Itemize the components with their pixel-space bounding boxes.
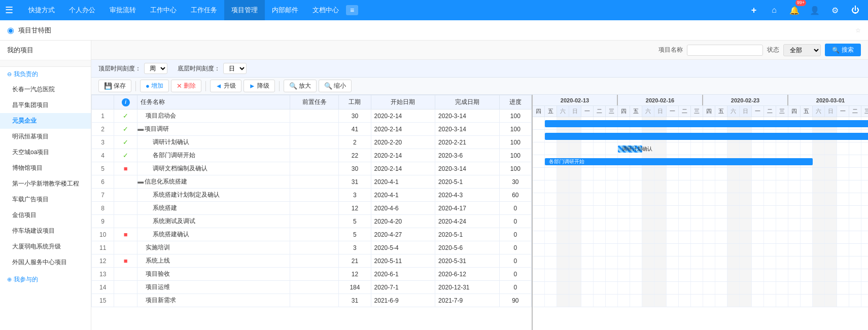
gantt-cell [679,269,691,281]
project-item-tiankong[interactable]: 天空城oa项目 [0,144,91,160]
expand-icon[interactable]: ▬ [137,178,144,185]
info-icon[interactable]: i [122,98,130,106]
task-name[interactable]: 系统搭建确认 [137,228,290,241]
task-name[interactable]: 实施培训 [137,241,290,254]
project-item-changping[interactable]: 昌平集团项目 [0,97,91,113]
home-icon[interactable]: ⌂ [767,3,782,18]
gantt-cell [801,142,813,155]
my-participate-section[interactable]: ⊕ 我参与的 [0,272,91,287]
task-name[interactable]: 项目新需求 [137,294,290,307]
search-button[interactable]: 🔍 搜索 [825,44,861,56]
gantt-cell [679,218,691,231]
power-icon[interactable]: ⏻ [848,3,863,18]
gantt-chart[interactable]: 2020-02-132020-02-162020-02-232020-03-01… [533,95,868,330]
gantt-bar[interactable] [545,133,868,140]
gantt-bar[interactable] [545,120,868,127]
my-responsible-section[interactable]: ⊖ 我负责的 [0,67,91,82]
gantt-cell [752,295,764,307]
task-duration: 21 [339,254,371,268]
task-name[interactable]: ▬项目调研 [137,123,290,136]
task-name[interactable]: 系统上线 [137,254,290,268]
more-nav-button[interactable]: ≡ [346,5,358,15]
nav-item-docs[interactable]: 文档中心 [305,0,346,20]
gantt-cell [691,244,703,256]
gantt-cell [776,168,788,180]
gantt-day-header: 日 [825,106,837,117]
project-item-waiguoren[interactable]: 外国人服务中心项目 [0,254,91,270]
user-icon[interactable]: 👤 [807,3,822,18]
content-area: 项目名称 状态 全部 进行中 已完成 已暂停 🔍 搜索 顶层时间刻度： 周 月 [91,41,868,330]
project-item-tingche[interactable]: 停车场建设项目 [0,223,91,239]
task-name[interactable]: 各部门调研开始 [137,149,290,162]
task-name[interactable]: 调研计划确认 [137,136,290,149]
task-name[interactable]: 系统搭建 [137,202,290,215]
task-name[interactable]: ▬信息化系统搭建 [137,175,290,189]
project-item-jinxin[interactable]: 金信项目 [0,207,91,223]
row-number: 15 [92,294,114,307]
project-item-diyixiao[interactable]: 第一小学新增教学楼工程 [0,176,91,192]
gantt-cell [776,142,788,155]
gantt-cell [727,168,740,180]
gantt-cell [679,295,691,307]
gantt-cell [801,269,813,281]
notification-icon[interactable]: 🔔99+ [787,3,802,18]
star-icon[interactable]: ☆ [855,27,861,34]
project-item-chezai[interactable]: 车载广告项目 [0,192,91,207]
nav-item-projects[interactable]: 项目管理 [224,0,265,20]
task-name[interactable]: 项目验收 [137,268,290,281]
gantt-cell [752,168,764,180]
task-name[interactable]: 项目启动会 [137,109,290,123]
gantt-cell [691,142,703,155]
nav-item-workcenter[interactable]: 工作中心 [143,0,184,20]
project-name-input[interactable] [687,45,763,56]
task-name[interactable]: 项目运维 [137,281,290,294]
zoomin-button[interactable]: 🔍 放大 [284,80,317,92]
row-status [114,202,137,215]
project-item-yuanhao[interactable]: 元昊企业 [0,113,91,129]
gantt-cell [557,269,569,281]
nav-item-personal[interactable]: 个人办公 [62,0,102,20]
nav-item-mail[interactable]: 内部邮件 [265,0,305,20]
task-progress: 100 [499,123,531,136]
bottom-time-select[interactable]: 日 周 月 [223,63,247,74]
settings-icon[interactable]: ⚙ [827,3,843,18]
table-row: 7系统搭建计划制定及确认32020-4-12020-4-360 [92,189,532,202]
gantt-cell [642,231,654,243]
nav-item-tasks[interactable]: 工作任务 [184,0,224,20]
gantt-cell [691,282,703,294]
downgrade-button[interactable]: ► 降级 [244,80,275,92]
gantt-cell [557,180,569,193]
status-select[interactable]: 全部 进行中 已完成 已暂停 [783,44,821,56]
gantt-cell [557,206,569,218]
upgrade-button[interactable]: ◄ 升级 [210,80,241,92]
zoomout-button[interactable]: 🔍 缩小 [319,80,352,92]
task-name[interactable]: 调研文档编制及确认 [137,162,290,175]
top-time-select[interactable]: 周 月 季 [144,63,167,74]
project-item-bowuguan[interactable]: 博物馆项目 [0,160,91,176]
task-duration: 31 [339,175,371,189]
gantt-week-header: 2020-02-13 [533,95,618,105]
gantt-cell [837,142,849,155]
delete-button[interactable]: ✕ 删除 [171,80,201,92]
add-icon[interactable]: + [746,3,761,18]
gantt-bar[interactable]: 各部门调研开始 [545,158,813,165]
task-start-date: 2020-4-1 [371,189,435,202]
project-item-dasha[interactable]: 大厦弱电系统升级 [0,239,91,254]
gantt-cell [849,295,861,307]
save-button[interactable]: 💾 保存 [98,80,131,92]
hamburger-icon[interactable]: ☰ [5,5,13,16]
project-item-changchun[interactable]: 长春一汽总医院 [0,82,91,97]
expand-icon[interactable]: ▬ [137,125,144,132]
task-start-date: 2020-4-1 [371,175,435,189]
row-number: 13 [92,268,114,281]
task-name[interactable]: 系统搭建计划制定及确认 [137,189,290,202]
nav-item-shortcuts[interactable]: 快捷方式 [21,0,62,20]
gantt-cell [740,256,752,269]
gantt-bar[interactable]: 调研计划确认 [618,145,642,153]
gantt-cell [740,206,752,218]
gantt-cell [654,269,667,281]
nav-item-approval[interactable]: 审批流转 [102,0,143,20]
project-item-mingxun[interactable]: 明讯恒基项目 [0,129,91,144]
task-name[interactable]: 系统测试及调试 [137,215,290,228]
add-button[interactable]: ● 增加 [140,80,169,92]
